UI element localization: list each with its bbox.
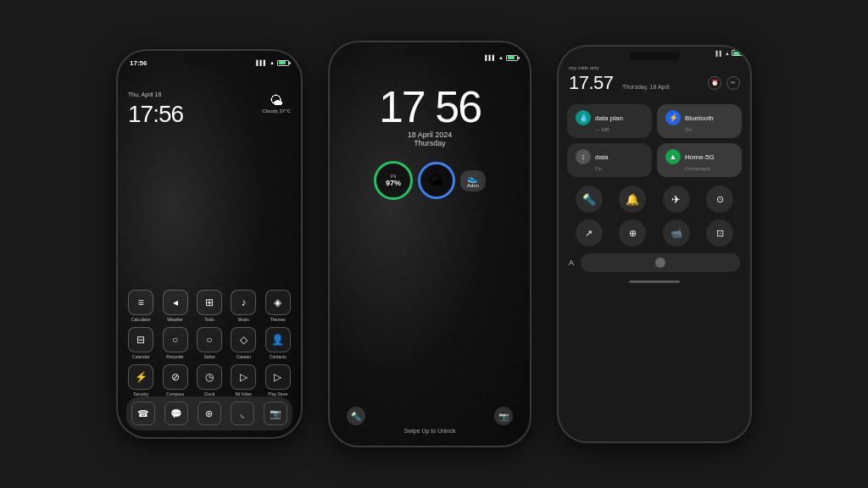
phone-2: ▌▌▌ ▲ 17 56 18 April 2024 Thursday Pil 9… bbox=[328, 41, 531, 447]
brightness-fill bbox=[655, 258, 665, 268]
phone-1-dock: ☎💬⊛◟📷 bbox=[126, 396, 292, 430]
brightness-slider[interactable] bbox=[581, 253, 740, 272]
dock-icon[interactable]: ☎ bbox=[131, 402, 155, 425]
airplane-button[interactable]: ✈ bbox=[663, 186, 690, 213]
dock-icon[interactable]: 💬 bbox=[164, 402, 188, 425]
phone-1-notch bbox=[184, 56, 235, 64]
phone-2-flashlight[interactable]: 🔦 bbox=[347, 407, 365, 425]
data-plan-icon: 💧 bbox=[576, 110, 591, 125]
app-item[interactable]: ◈ Themes bbox=[264, 290, 292, 322]
data-name: data bbox=[595, 153, 609, 161]
app-item[interactable]: ◷ Clock bbox=[195, 364, 224, 396]
p3-wifi-icon: ▲ bbox=[725, 51, 730, 56]
phone-1-content: 17:56 ▌▌▌ ▲ Thu, April 18 17:56 🌤 Cloudy… bbox=[118, 51, 301, 437]
alarm-icon[interactable]: ⏰ bbox=[708, 76, 721, 90]
focus-button[interactable]: ⊙ bbox=[706, 186, 733, 213]
app-icon: ⊞ bbox=[197, 290, 222, 315]
app-label: Calculator bbox=[131, 317, 151, 322]
phone-3: ▌▌ ▲ ncy calls only 17.57 Thursday, 18 A… bbox=[557, 45, 752, 443]
app-label: Contacts bbox=[270, 354, 287, 359]
app-icon: ○ bbox=[197, 327, 222, 352]
data-plan-name: data plan bbox=[595, 114, 623, 122]
steps-icon: 👟 bbox=[467, 174, 479, 183]
bluetooth-icon: ⚡ bbox=[665, 110, 681, 125]
app-item[interactable]: ○ Recorder bbox=[160, 327, 189, 359]
scan-button[interactable]: ⊡ bbox=[706, 219, 733, 247]
app-item[interactable]: ⊟ Calendar bbox=[126, 327, 155, 359]
app-label: Themes bbox=[270, 317, 286, 322]
app-label: Catatan bbox=[236, 354, 252, 359]
weather-widget-icon: 🌤 bbox=[429, 172, 444, 190]
phone-2-screen: ▌▌▌ ▲ 17 56 18 April 2024 Thursday Pil 9… bbox=[330, 42, 530, 446]
wifi-name: Home-5G bbox=[685, 153, 715, 161]
steps-label: Adım bbox=[467, 183, 479, 188]
control-tile-data-plan[interactable]: 💧 data plan — MB bbox=[567, 104, 652, 138]
app-label: Safari bbox=[203, 354, 214, 359]
data-plan-sub: — MB bbox=[576, 127, 643, 132]
signal-icon: ▌▌▌ bbox=[256, 60, 267, 65]
phone-1-status-icons: ▌▌▌ ▲ bbox=[256, 60, 289, 66]
phone-3-controls-grid: 💧 data plan — MB ⚡ Bluetooth On ↕ bbox=[559, 99, 750, 182]
phone-1-app-grid: ≡ Calculator ◂ Weather ⊞ Tools ♪ Music ◈… bbox=[126, 290, 292, 396]
phone-3-notch bbox=[629, 52, 680, 60]
app-item[interactable]: ⚡ Security bbox=[126, 364, 155, 396]
phone-3-date-row: 17.57 Thursday, 18 April ⏰ ✏ bbox=[569, 72, 740, 94]
app-label: Weather bbox=[167, 317, 183, 322]
app-item[interactable]: ◂ Weather bbox=[160, 290, 189, 322]
battery-widget: Pil 97% bbox=[374, 161, 413, 200]
notification-button[interactable]: 🔔 bbox=[619, 186, 646, 213]
phone-1: 17:56 ▌▌▌ ▲ Thu, April 18 17:56 🌤 Cloudy… bbox=[116, 49, 303, 439]
phone-1-header: Thu, April 18 17:56 🌤 Cloudy 37°C bbox=[128, 69, 291, 128]
nfc-button[interactable]: ⊕ bbox=[619, 219, 646, 247]
phone-1-screen: 17:56 ▌▌▌ ▲ Thu, April 18 17:56 🌤 Cloudy… bbox=[118, 51, 301, 437]
app-item[interactable]: ▷ Play Store bbox=[264, 364, 292, 396]
weather-widget: 🌤 bbox=[418, 162, 455, 199]
app-icon: ◇ bbox=[231, 327, 256, 352]
phone-2-camera[interactable]: 📷 bbox=[494, 407, 513, 425]
phone-1-status-time: 17:56 bbox=[130, 59, 147, 67]
edit-icon[interactable]: ✏ bbox=[726, 76, 740, 90]
control-tile-wifi[interactable]: ▲ Home-5G Connected bbox=[657, 143, 742, 177]
flashlight-button[interactable]: 🔦 bbox=[576, 186, 603, 213]
phone-2-widgets: Pil 97% 🌤 👟 Adım bbox=[374, 161, 486, 200]
app-icon: ◷ bbox=[197, 364, 222, 390]
data-sub: On bbox=[576, 166, 643, 171]
bluetooth-name: Bluetooth bbox=[685, 114, 714, 122]
app-icon: 👤 bbox=[265, 327, 291, 352]
location-button[interactable]: ↗ bbox=[576, 219, 603, 247]
app-item[interactable]: ○ Safari bbox=[195, 327, 224, 359]
app-item[interactable]: ⊘ Compass bbox=[160, 364, 189, 396]
control-tile-data[interactable]: ↕ data On bbox=[567, 143, 652, 177]
weather-icon: 🌤 bbox=[270, 93, 283, 108]
app-icon: ⊘ bbox=[163, 364, 188, 390]
phone-1-weather: 🌤 Cloudy 37°C bbox=[262, 93, 291, 114]
dock-icon[interactable]: ◟ bbox=[231, 402, 254, 425]
battery-widget-pct: 97% bbox=[386, 179, 401, 187]
app-item[interactable]: 👤 Contacts bbox=[264, 327, 292, 359]
app-label: Recorder bbox=[166, 354, 184, 359]
dock-icon[interactable]: 📷 bbox=[264, 402, 287, 425]
app-item[interactable]: ♪ Music bbox=[229, 290, 258, 322]
p3-signal-icon: ▌▌ bbox=[716, 51, 724, 56]
video-button[interactable]: 📹 bbox=[663, 219, 690, 247]
wifi-sub: Connected bbox=[665, 166, 733, 171]
wifi-tile-icon: ▲ bbox=[665, 149, 681, 164]
wifi-icon: ▲ bbox=[270, 60, 275, 65]
phone-2-swipe-text: Swipe Up to Unlock bbox=[403, 428, 455, 434]
steps-widget: 👟 Adım bbox=[460, 170, 486, 191]
app-item[interactable]: ≡ Calculator bbox=[126, 290, 155, 322]
phone-3-quick-toggles-1: 🔦 🔔 ✈ ⊙ bbox=[559, 182, 750, 216]
control-tile-bluetooth[interactable]: ⚡ Bluetooth On bbox=[657, 104, 742, 138]
app-item[interactable]: ⊞ Tools bbox=[195, 290, 224, 322]
control-tile-data-header: ↕ data bbox=[576, 149, 643, 164]
dock-icon[interactable]: ⊛ bbox=[198, 402, 221, 425]
phone-2-status-icons: ▌▌▌ ▲ bbox=[485, 55, 518, 61]
app-item[interactable]: ◇ Catatan bbox=[229, 327, 258, 359]
app-item[interactable]: ▷ Mi Video bbox=[229, 364, 258, 396]
p2-battery-icon bbox=[506, 55, 518, 61]
phone-2-date: 18 April 2024 Thursday bbox=[408, 130, 453, 147]
app-icon: ⊟ bbox=[128, 327, 153, 352]
brightness-row: A bbox=[559, 250, 750, 275]
p2-signal-icon: ▌▌▌ bbox=[485, 55, 496, 60]
brightness-label: A bbox=[569, 258, 574, 267]
